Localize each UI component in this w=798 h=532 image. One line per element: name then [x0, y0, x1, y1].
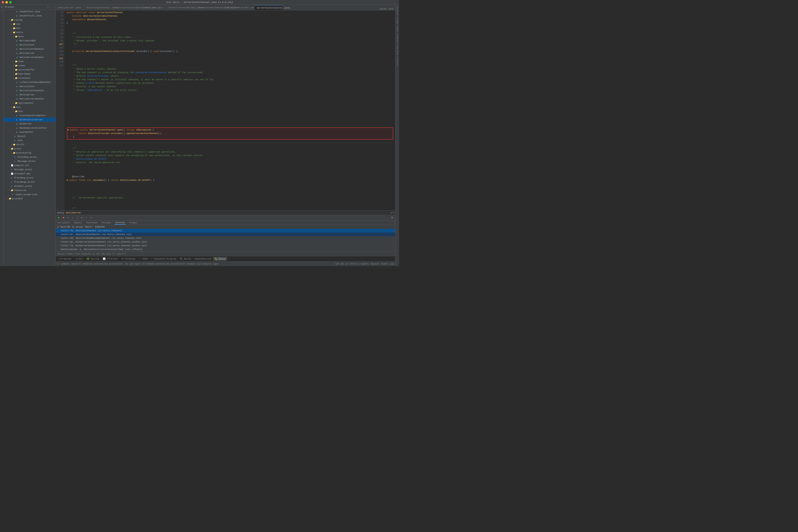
- tree-item-fileinputstream[interactable]: ◉ FileInputStreamTest: [4, 113, 56, 118]
- tree-item-nettyclienthandler[interactable]: ◉ NettyClientHandler: [4, 47, 56, 51]
- tree-item-chat[interactable]: ▸ 📁 chat: [4, 59, 56, 63]
- debug-bottom-tab[interactable]: 🐛 Debug: [213, 257, 227, 261]
- debug-frame-row-4[interactable]: <init>:78, NioServerSocketChannel (io.ne…: [56, 244, 395, 247]
- tree-item-protomsg3-proto[interactable]: ◎ ProtoMsg3.proto: [4, 180, 56, 184]
- todo-tab[interactable]: ✓ TODO: [138, 257, 149, 261]
- structure-icon[interactable]: ≡: [0, 9, 3, 13]
- tree-item-nettybytebuf[interactable]: ◉ NettyByteBuf: [4, 39, 56, 43]
- tree-item-bio[interactable]: ▸ 📁 bio: [4, 26, 56, 30]
- maven-tab[interactable]: Maven: [396, 25, 399, 33]
- code-area[interactable]: public abstract class ServerSocketChanne…: [65, 11, 395, 210]
- tree-item-message-proto[interactable]: ◎ Message.proto: [4, 159, 56, 163]
- tree-item-directbuffer[interactable]: ▸ 📁 directbuffer: [4, 68, 56, 72]
- debug-frame-row-3[interactable]: <init>:92, NioServerSocketChannel (io.ne…: [56, 240, 395, 244]
- tree-item-nioselectorserver[interactable]: ◉ NioSelectorServer: [4, 118, 56, 122]
- tree-item-aio[interactable]: ▸ 📁 aio: [4, 22, 56, 26]
- tree-item-message-proto2[interactable]: ◎ Message.proto: [4, 168, 56, 172]
- bigdata-tab[interactable]: Big Data: [396, 45, 399, 56]
- maximize-button[interactable]: [9, 1, 12, 3]
- stop-button[interactable]: ■: [61, 216, 65, 220]
- debug-frame-row-0[interactable]: <init>:78, AbstractChannel (io.netty.cha…: [56, 229, 395, 232]
- project-icon[interactable]: ⊞: [0, 5, 3, 9]
- tree-item-nettyserverhandler[interactable]: ◉ NettyServerHandler: [4, 55, 56, 59]
- tree-item-netty[interactable]: ▾ 📁 netty: [4, 30, 56, 35]
- tab-selectorprovider[interactable]: SelectorProvider.java ✕: [225, 5, 254, 10]
- sequence-diagram-tab[interactable]: ~ Sequence Diagram: [150, 257, 178, 261]
- bookmarks-icon[interactable]: ☆: [0, 17, 3, 20]
- sort-icon[interactable]: ↕: [49, 6, 51, 8]
- tree-item-base[interactable]: ▾ 📁 base: [4, 35, 56, 39]
- run-to-cursor-button[interactable]: ↩: [80, 216, 84, 220]
- gradle-tab[interactable]: Gradle: [396, 16, 399, 25]
- tree-item-log4j[interactable]: ⚙ log4j.properties: [4, 192, 56, 196]
- tree-item-protomsg-proto[interactable]: ◎ ProtoMsg.proto: [4, 155, 56, 159]
- tree-item-nettyclient[interactable]: ◉ NettyClient: [4, 43, 56, 47]
- tree-item-randomaccessfile[interactable]: ◉ RandomAccessFileTest: [4, 126, 56, 130]
- tab-selectablechannel[interactable]: SelectableChannel.java ✕: [85, 5, 114, 10]
- more-icon[interactable]: ⋯: [53, 6, 54, 8]
- tree-item-reconnect[interactable]: ▾ 📁 reconnect: [4, 76, 56, 80]
- step-into-button[interactable]: ↓: [71, 216, 74, 220]
- settings-icon[interactable]: ⚙: [48, 6, 49, 8]
- tree-item-nettyclienthandler2[interactable]: ◉ NettyClientHandler: [4, 89, 56, 93]
- pull-requests-icon[interactable]: ↑: [0, 13, 3, 16]
- tab-nettyserver[interactable]: NettyServer.java ✕: [56, 5, 85, 10]
- tree-item-protobuf[interactable]: ▸ 📁 protobuf: [4, 196, 56, 201]
- restore-layout-button[interactable]: ⊡: [390, 216, 394, 220]
- debug-frame-row-2[interactable]: <init>:49, AbstractNioMessageChannel (io…: [56, 236, 395, 240]
- debug-tab-memory[interactable]: Memory: [73, 221, 83, 225]
- debug-status-row[interactable]: ▶ "main"@1 in group "main": RUNNING: [56, 225, 395, 229]
- debug-tab-variables[interactable]: Variables: [57, 221, 71, 225]
- debug-tab-overhead[interactable]: Overhead: [86, 221, 98, 225]
- debug-tab-threads[interactable]: Threads: [101, 221, 112, 225]
- tree-item-protobuf-bat[interactable]: 📄 protobuf.bat: [4, 172, 56, 176]
- tree-item-protoconfg[interactable]: ▾ 📁 protoConfig: [4, 151, 56, 155]
- debug-tab-console[interactable]: Console: [114, 221, 126, 225]
- tree-item-nettyserver2[interactable]: ◉ NettyServer: [4, 93, 56, 97]
- tree-item-nio[interactable]: ▾ 📁 nio: [4, 105, 56, 109]
- more-button[interactable]: ⋯: [89, 216, 93, 220]
- tree-item-nettyserver[interactable]: ◉ NettyServer: [4, 51, 56, 55]
- tree-item-unsafetest[interactable]: ◉ UnsafeTest.java: [4, 10, 56, 14]
- settings-icon[interactable]: ⚙: [391, 212, 392, 214]
- tab-abstractselectablechannel[interactable]: AbstractSelectableChannel.java ✕: [114, 5, 143, 10]
- event-markers-tab[interactable]: E-Markers: [396, 33, 399, 45]
- tree-item-thrift[interactable]: ▸ 📁 thrift: [4, 142, 56, 147]
- tree-item-proto[interactable]: ▾ 📁 proto: [4, 147, 56, 151]
- tree-item-userbuffer[interactable]: ◉ UserBuffer: [4, 130, 56, 134]
- tab-close[interactable]: ✕: [82, 7, 83, 9]
- tree-item-nioserver[interactable]: ◉ NioServer: [4, 122, 56, 126]
- tree-item-test[interactable]: ◉ Test: [4, 138, 56, 142]
- jcassist-tab[interactable]: jcassist: [396, 56, 399, 67]
- close-button[interactable]: [2, 1, 4, 3]
- tree-item-compile-txt[interactable]: 📄 compile.txt: [4, 163, 56, 168]
- build-tab[interactable]: 🔨 Build: [178, 257, 193, 261]
- step-over-button[interactable]: ↷: [66, 216, 70, 220]
- tree-item-old[interactable]: ▾ 📁 old: [4, 109, 56, 113]
- debug-frame-row-1[interactable]: <init>:87, AbstractNioChannel (io.netty.…: [56, 232, 395, 236]
- step-out-button[interactable]: ↑: [75, 216, 79, 220]
- minimize-button[interactable]: [5, 1, 8, 3]
- tree-item-student-proto[interactable]: ◎ Student.proto: [4, 184, 56, 188]
- profiler-tab[interactable]: 📊 Profiler: [101, 257, 120, 261]
- terminal-tab[interactable]: ⊞ Terminal: [120, 257, 137, 261]
- tree-item-splitpacket[interactable]: ▸ 📁 splitpacket: [4, 101, 56, 105]
- tree-item-resources[interactable]: ▾ 📁 resources: [4, 188, 56, 192]
- collapse-icon[interactable]: −: [51, 6, 52, 8]
- filter-icon[interactable]: ▼: [393, 212, 394, 214]
- tree-item-codec[interactable]: ▸ 📁 codec: [4, 63, 56, 68]
- dependencies-tab[interactable]: Dependencies: [193, 257, 213, 261]
- tab-selector[interactable]: Selector.java ✕: [143, 5, 167, 10]
- tab-serversocketchannel[interactable]: ServerSocketChannel.java ✕: [254, 5, 283, 10]
- tree-item-heartbeat[interactable]: ▸ 📁 heartbeat: [4, 72, 56, 76]
- problems-tab[interactable]: ⚠ Problems: [57, 257, 73, 261]
- tree-item-nettyclient2[interactable]: ◉ NettyClient: [4, 84, 56, 89]
- tree-item-protomsg-proto2[interactable]: ◎ ProtoMsg.proto: [4, 176, 56, 180]
- resume-button[interactable]: ▶: [57, 216, 61, 220]
- tree-item-result[interactable]: ◉ Result: [4, 134, 56, 138]
- git-tab[interactable]: ⎇ Git: [74, 257, 85, 261]
- tree-item-tuling[interactable]: ▾ 📁 tuling: [4, 18, 56, 22]
- tab-serversocketchannelimpl[interactable]: ServerSocketChannelImpl.class ✕: [196, 5, 225, 10]
- reader-mode-btn[interactable]: Reader Mode: [380, 8, 394, 10]
- tree-item-nettyserverhandler2[interactable]: ◉ NettyServerHandler: [4, 97, 56, 101]
